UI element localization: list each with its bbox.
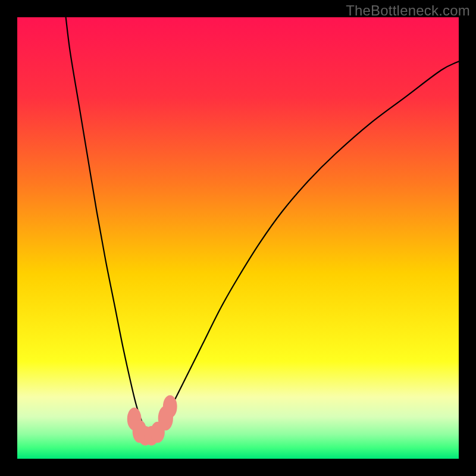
chart-stage: TheBottleneck.com xyxy=(0,0,476,476)
chart-background xyxy=(17,17,459,459)
watermark-text: TheBottleneck.com xyxy=(346,2,470,19)
bottleneck-chart xyxy=(17,17,459,459)
curve-marker xyxy=(163,395,177,418)
